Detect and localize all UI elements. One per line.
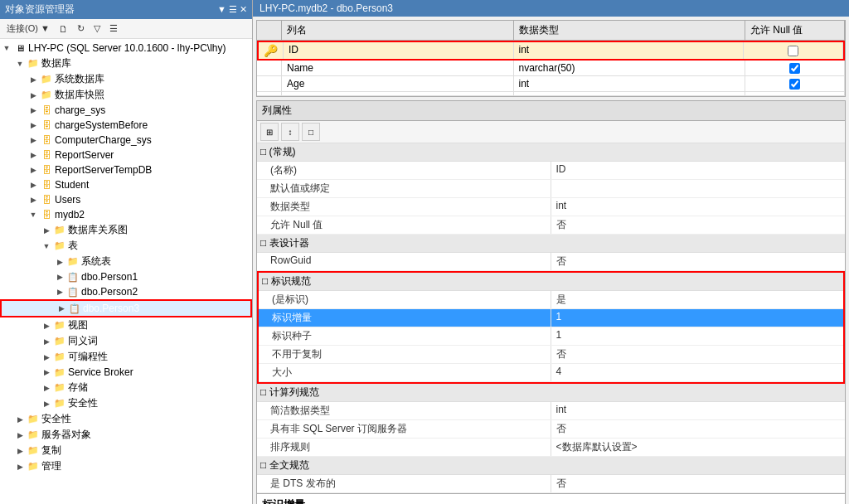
tree-expander[interactable]: ▶ bbox=[40, 319, 53, 332]
tree-expander[interactable]: ▼ bbox=[13, 57, 27, 70]
name-cell[interactable]: ID bbox=[284, 42, 514, 59]
prop-section-identity: □ 标识规范 (是标识) 是 标识增量 1 标识种子 1 不用于复制 否 大小 … bbox=[257, 271, 845, 384]
prop-row: 是 DTS 发布的 否 bbox=[257, 475, 845, 493]
tree-item-security2[interactable]: ▶📁安全性 bbox=[0, 395, 252, 411]
type-cell[interactable] bbox=[514, 92, 746, 95]
col-header-name: 列名 bbox=[282, 21, 514, 40]
nullable-checkbox[interactable] bbox=[789, 63, 800, 74]
tree-item-chargeBefore[interactable]: ▶🗄chargeSystemBefore bbox=[0, 118, 252, 133]
name-cell[interactable]: Age bbox=[282, 76, 514, 91]
tree-item-reportserver[interactable]: ▶🗄ReportServer bbox=[0, 148, 252, 162]
tree-item-student[interactable]: ▶🗄Student bbox=[0, 177, 252, 192]
tree-expander[interactable]: ▼ bbox=[40, 240, 53, 253]
prop-section-header[interactable]: □ 计算列规范 bbox=[257, 384, 845, 402]
tree-item-mydb2[interactable]: ▼🗄mydb2 bbox=[0, 207, 252, 222]
tree-label: 安全性 bbox=[41, 412, 71, 426]
tree-expander[interactable]: ▶ bbox=[27, 133, 40, 147]
nullable-cell[interactable] bbox=[744, 42, 843, 59]
refresh-button[interactable]: ↻ bbox=[74, 22, 88, 36]
prop-section-header[interactable]: □ 表设计器 bbox=[257, 235, 845, 253]
type-cell[interactable]: int bbox=[514, 76, 746, 91]
tree-expander[interactable]: ▶ bbox=[27, 193, 40, 206]
nullable-cell[interactable] bbox=[745, 76, 845, 91]
tree-item-sysdb[interactable]: ▶📁系统数据库 bbox=[0, 71, 252, 87]
filter-button[interactable]: ▽ bbox=[90, 22, 104, 36]
tree-expander[interactable]: ▶ bbox=[27, 178, 40, 191]
nullable-checkbox[interactable] bbox=[788, 46, 798, 56]
prop-value: 1 bbox=[551, 309, 844, 327]
tree-expander[interactable]: ▶ bbox=[40, 397, 53, 410]
tree-item-person1[interactable]: ▶📋dbo.Person1 bbox=[0, 269, 252, 284]
tree-item-replication[interactable]: ▶📁复制 bbox=[0, 443, 252, 458]
tree-expander[interactable]: ▶ bbox=[13, 460, 27, 473]
prop-section-header[interactable]: □ (常规) bbox=[257, 143, 845, 162]
tree-expander[interactable]: ▶ bbox=[27, 89, 40, 102]
tree-expander[interactable]: ▶ bbox=[40, 335, 53, 348]
tree-expander[interactable]: ▶ bbox=[53, 270, 66, 284]
table-row[interactable]: 🔑 ID int bbox=[257, 41, 845, 61]
tree-item-storage[interactable]: ▶📁存储 bbox=[0, 380, 252, 395]
tree-item-person2[interactable]: ▶📋dbo.Person2 bbox=[0, 284, 252, 299]
prop-filter-btn[interactable]: ↕ bbox=[281, 123, 299, 141]
new-query-button[interactable]: 🗋 bbox=[56, 22, 71, 36]
tree-item-synonyms[interactable]: ▶📁同义词 bbox=[0, 333, 252, 349]
tree-item-person3[interactable]: ▶📋dbo.Person3 bbox=[0, 299, 252, 317]
tree-item-systables[interactable]: ▶📁系统表 bbox=[0, 254, 252, 269]
name-cell[interactable] bbox=[282, 92, 514, 95]
tree-expander[interactable]: ▶ bbox=[40, 381, 53, 395]
tree-expander[interactable]: ▶ bbox=[53, 255, 66, 269]
tree-expander[interactable]: ▼ bbox=[27, 208, 40, 221]
tree-item-databases[interactable]: ▼📁数据库 bbox=[0, 56, 252, 71]
tree-item-servicebroker[interactable]: ▶📁Service Broker bbox=[0, 365, 252, 380]
name-cell[interactable]: Name bbox=[282, 61, 514, 75]
table-row[interactable]: Age int bbox=[257, 76, 845, 92]
tree-item-dbsnap[interactable]: ▶📁数据库快照 bbox=[0, 87, 252, 103]
tree-item-charge[interactable]: ▶🗄charge_sys bbox=[0, 103, 252, 118]
tree-expander[interactable]: ▶ bbox=[27, 163, 40, 177]
settings-button[interactable]: ☰ bbox=[106, 22, 121, 36]
tree-item-management[interactable]: ▶📁管理 bbox=[0, 458, 252, 474]
tree-expander[interactable]: ▶ bbox=[27, 119, 40, 132]
tree-expander[interactable]: ▶ bbox=[55, 302, 68, 315]
tree-expander[interactable]: ▶ bbox=[40, 224, 53, 237]
tree-item-tables[interactable]: ▼📁表 bbox=[0, 238, 252, 254]
tree-item-serverobj[interactable]: ▶📁服务器对象 bbox=[0, 427, 252, 443]
tree-item-security[interactable]: ▶📁安全性 bbox=[0, 411, 252, 427]
table-header: 列名 数据类型 允许 Null 值 bbox=[257, 21, 845, 41]
tree-expander[interactable]: ▶ bbox=[53, 285, 66, 298]
tree-expander[interactable]: ▶ bbox=[27, 104, 40, 117]
table-row[interactable] bbox=[257, 92, 845, 96]
nullable-cell[interactable] bbox=[745, 61, 845, 75]
tree-item-compcharge[interactable]: ▶🗄ComputerCharge_sys bbox=[0, 133, 252, 148]
right-panel: LHY-PC.mydb2 - dbo.Person3 选中要设为标识列的字段 列… bbox=[253, 0, 849, 504]
tree-expander[interactable]: ▶ bbox=[13, 444, 27, 458]
connect-button[interactable]: 连接(O) ▼ bbox=[3, 21, 53, 36]
nullable-cell[interactable] bbox=[745, 92, 845, 95]
tree-expander[interactable]: ▶ bbox=[27, 73, 40, 86]
prop-label: 具有非 SQL Server 订阅服务器 bbox=[257, 420, 551, 438]
tree-item-server[interactable]: ▼🖥LHY-PC (SQL Server 10.0.1600 - lhy-PC\… bbox=[0, 41, 252, 56]
table-row[interactable]: Name nvarchar(50) bbox=[257, 61, 845, 76]
prop-section-header[interactable]: □ 全文规范 bbox=[257, 457, 845, 475]
left-panel-title: 对象资源管理器 ▼ ☰ ✕ bbox=[0, 0, 252, 19]
tree-expander[interactable]: ▶ bbox=[13, 413, 27, 426]
tree-item-dbdiagram[interactable]: ▶📁数据库关系图 bbox=[0, 222, 252, 238]
tree-item-reporttemp[interactable]: ▶🗄ReportServerTempDB bbox=[0, 162, 252, 177]
prop-value: 否 bbox=[551, 475, 846, 492]
type-cell[interactable]: int bbox=[514, 42, 745, 59]
tree-expander[interactable]: ▶ bbox=[40, 351, 53, 364]
tree-item-programmability[interactable]: ▶📁可编程性 bbox=[0, 349, 252, 365]
prop-sort-btn[interactable]: ⊞ bbox=[260, 123, 279, 141]
prop-section-header[interactable]: □ 标识规范 bbox=[259, 273, 843, 291]
nullable-checkbox[interactable] bbox=[789, 79, 800, 90]
tree-expander[interactable]: ▶ bbox=[40, 366, 53, 379]
prop-help-btn[interactable]: □ bbox=[302, 123, 320, 141]
tree-expander[interactable]: ▼ bbox=[0, 41, 13, 55]
type-cell[interactable]: nvarchar(50) bbox=[514, 61, 746, 75]
tree-expander[interactable]: ▶ bbox=[13, 429, 27, 442]
tree-label: 系统数据库 bbox=[55, 72, 104, 86]
db-icon: 🗄 bbox=[40, 104, 53, 117]
tree-item-users[interactable]: ▶🗄Users bbox=[0, 192, 252, 207]
tree-item-views[interactable]: ▶📁视图 bbox=[0, 317, 252, 333]
tree-expander[interactable]: ▶ bbox=[27, 148, 40, 162]
